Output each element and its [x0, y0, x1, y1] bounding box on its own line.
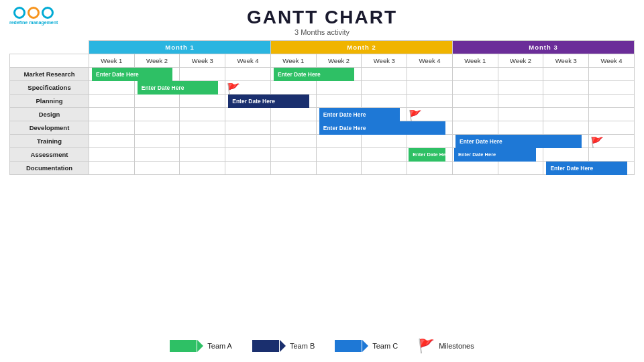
cell-as-2	[134, 148, 180, 162]
legend-label-team-c: Team C	[372, 342, 398, 350]
cell-ds-9	[498, 108, 543, 121]
week-corner	[10, 54, 89, 68]
legend-bar-team-b	[252, 340, 286, 352]
cell-sp-5	[316, 81, 362, 95]
legend-team-c: Team C	[335, 340, 398, 352]
label-assessment: Assessment	[10, 148, 89, 162]
cell-dev-3	[180, 121, 225, 135]
week-3-2: Week 2	[498, 54, 543, 68]
legend-bar-inner-team-a	[170, 340, 197, 352]
cell-sp-4	[271, 81, 317, 95]
cell-ds-11	[589, 108, 635, 121]
row-design: Design Enter Date Here 🚩	[10, 108, 635, 121]
month1-header: Month 1	[89, 41, 271, 54]
month3-header: Month 3	[452, 41, 634, 54]
logo-circle-3	[42, 7, 54, 19]
cell-dev-1	[89, 121, 135, 135]
cell-mr-4: Enter Date Here	[271, 68, 362, 81]
milestone-specifications: 🚩	[227, 82, 240, 95]
row-assessment: Assessment Enter Date Here	[10, 148, 635, 162]
legend-milestones: 🚩 Milestones	[418, 338, 474, 354]
cell-sp-9	[498, 81, 543, 95]
bar-market-research-1[interactable]: Enter Date Here	[92, 68, 172, 81]
cell-pl-10	[543, 95, 589, 108]
bar-development[interactable]: Enter Date Here	[319, 121, 445, 135]
cell-sp-3: 🚩	[225, 81, 271, 95]
cell-tr-2	[134, 135, 180, 148]
cell-tr-9: Enter Date Here	[452, 135, 588, 148]
cell-dev-10	[589, 121, 635, 135]
cell-tr-4	[225, 135, 271, 148]
cell-as-11	[589, 148, 635, 162]
legend-team-a: Team A	[170, 340, 232, 352]
chart-title: GANTT CHART	[247, 7, 397, 28]
cell-do-5	[271, 162, 317, 175]
cell-pl-9	[498, 95, 543, 108]
label-specifications: Specifications	[10, 81, 89, 95]
cell-sp-6	[362, 81, 407, 95]
bar-assessment-2[interactable]: Enter Date Here	[454, 148, 536, 162]
cell-ds-3	[180, 108, 225, 121]
cell-as-7	[362, 148, 407, 162]
header: redefine management GANTT CHART 3 Months…	[9, 7, 635, 36]
cell-pl-8	[452, 95, 498, 108]
week-1-3: Week 3	[180, 54, 225, 68]
cell-mr-8	[498, 68, 543, 81]
legend-team-b: Team B	[252, 340, 315, 352]
cell-do-10	[498, 162, 543, 175]
legend-bar-team-c	[335, 340, 368, 352]
label-planning: Planning	[10, 95, 89, 108]
cell-ds-10	[543, 108, 589, 121]
cell-tr-6	[316, 135, 362, 148]
row-planning: Planning Enter Date Here	[10, 95, 635, 108]
legend: Team A Team B Team C 🚩 Milestones	[9, 338, 635, 357]
cell-as-9: Enter Date Here	[452, 148, 543, 162]
cell-mr-10	[589, 68, 635, 81]
cell-sp-11	[589, 81, 635, 95]
cell-dev-9	[543, 121, 589, 135]
cell-do-11: Enter Date Here	[543, 162, 635, 175]
cell-ds-4	[225, 108, 271, 121]
cell-do-2	[134, 162, 180, 175]
cell-ds-8	[452, 108, 498, 121]
cell-mr-2	[180, 68, 225, 81]
cell-do-9	[452, 162, 498, 175]
logo: redefine management	[9, 7, 58, 25]
cell-as-8: Enter Date Here	[407, 148, 453, 162]
bar-design[interactable]: Enter Date Here	[319, 108, 400, 121]
cell-do-3	[180, 162, 225, 175]
cell-sp-2: Enter Date Here	[134, 81, 225, 95]
bar-documentation[interactable]: Enter Date Here	[546, 162, 627, 175]
cell-sp-8	[452, 81, 498, 95]
bar-market-research-2[interactable]: Enter Date Here	[274, 68, 354, 81]
week-3-3: Week 3	[543, 54, 589, 68]
bar-training[interactable]: Enter Date Here	[455, 135, 582, 148]
week-1-2: Week 2	[134, 54, 180, 68]
cell-do-6	[316, 162, 362, 175]
cell-as-3	[180, 148, 225, 162]
cell-as-10	[543, 148, 589, 162]
cell-tr-8	[407, 135, 453, 148]
legend-label-team-b: Team B	[290, 342, 315, 350]
bar-assessment-1[interactable]: Enter Date Here	[409, 148, 445, 162]
logo-circle-1	[13, 7, 25, 19]
legend-bar-inner-team-b	[252, 340, 279, 352]
cell-ds-5	[271, 108, 317, 121]
chart-subtitle: 3 Months activity	[294, 28, 350, 36]
legend-bar-inner-team-c	[335, 340, 362, 352]
label-training: Training	[10, 135, 89, 148]
cell-as-1	[89, 148, 135, 162]
bar-planning[interactable]: Enter Date Here	[228, 95, 309, 108]
cell-dev-8	[498, 121, 543, 135]
cell-tr-1	[89, 135, 135, 148]
corner-cell	[10, 41, 89, 54]
cell-mr-5	[362, 68, 407, 81]
cell-mr-7	[452, 68, 498, 81]
cell-as-6	[316, 148, 362, 162]
cell-pl-7	[407, 95, 453, 108]
cell-tr-3	[180, 135, 225, 148]
week-1-4: Week 4	[225, 54, 271, 68]
bar-specifications[interactable]: Enter Date Here	[138, 81, 218, 95]
milestone-design: 🚩	[409, 109, 422, 122]
cell-mr-3	[225, 68, 271, 81]
